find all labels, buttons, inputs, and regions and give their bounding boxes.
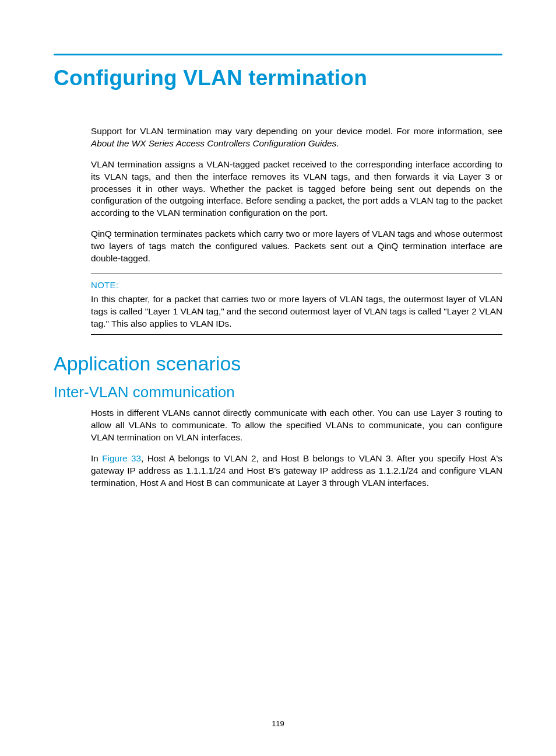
title-rule	[54, 54, 502, 55]
page-title: Configuring VLAN termination	[54, 66, 502, 90]
intro-paragraph-1: Support for VLAN termination may vary de…	[91, 125, 502, 149]
section2-p2-text-b: , Host A belongs to VLAN 2, and Host B b…	[91, 453, 502, 487]
intro-p1-text-c: .	[336, 138, 339, 148]
section2-p2-text-a: In	[91, 453, 102, 463]
intro-p1-italic: About the WX Series Access Controllers C…	[91, 138, 336, 148]
intro-paragraph-3: QinQ termination terminates packets whic…	[91, 228, 502, 264]
section2-paragraph-1: Hosts in different VLANs cannot directly…	[91, 407, 502, 443]
intro-p1-text-a: Support for VLAN termination may vary de…	[91, 126, 502, 136]
section-heading-application-scenarios: Application scenarios	[54, 352, 502, 375]
note-label: NOTE:	[91, 280, 502, 290]
figure-33-link[interactable]: Figure 33	[102, 453, 141, 463]
intro-block: Support for VLAN termination may vary de…	[91, 125, 502, 335]
note-box: NOTE: In this chapter, for a packet that…	[91, 274, 502, 335]
page-number: 119	[0, 719, 556, 728]
section2-paragraph-2: In Figure 33, Host A belongs to VLAN 2, …	[91, 453, 502, 489]
subsection-heading-inter-vlan: Inter-VLAN communication	[54, 383, 502, 401]
note-text: In this chapter, for a packet that carri…	[91, 293, 502, 330]
intro-paragraph-2: VLAN termination assigns a VLAN-tagged p…	[91, 159, 502, 219]
section2-block: Hosts in different VLANs cannot directly…	[91, 407, 502, 489]
document-page: Configuring VLAN termination Support for…	[0, 0, 556, 756]
